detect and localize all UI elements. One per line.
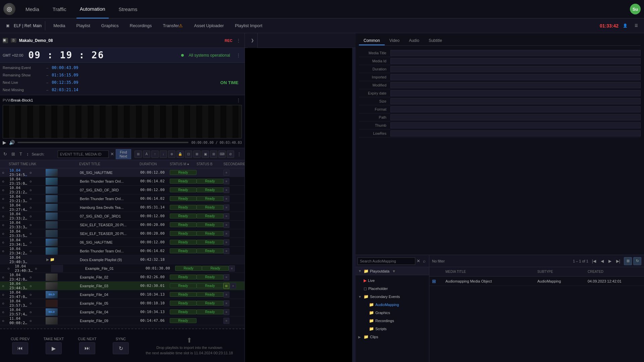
table-menu-btn[interactable]: ⋮ [236, 152, 243, 157]
status-menu-btn[interactable]: ⋮ [235, 53, 242, 58]
second-nav-asset-uploader[interactable]: Asset Uploader [189, 18, 228, 33]
tree-item-secondary-events[interactable]: ▼ 📁 Secondary Events [356, 293, 429, 301]
tool-b11[interactable]: ⌨ [218, 150, 226, 158]
table-row[interactable]: ○ 10.0423:34:24.23 ○ Berlin Thunder Team… [0, 247, 245, 255]
find-next-btn[interactable]: Find Next [116, 149, 131, 159]
table-row[interactable]: ○ 10.0423:44:35.00 ○ Example_File_03 00:… [0, 282, 245, 290]
second-nav-playlist-import[interactable]: Playlist Import [230, 18, 267, 33]
tool-i[interactable]: ↕ [25, 151, 30, 157]
audio-search-clear[interactable]: ✕ [417, 258, 420, 263]
second-nav-recordings[interactable]: Recordings [125, 18, 157, 33]
refresh-table-btn[interactable]: ↻ [633, 257, 641, 265]
table-row[interactable]: ○ 10.0423:33:32.23 ○ SEH_ELF_TEASER_20 P… [0, 221, 245, 229]
table-row[interactable]: ○ 10.0423:14:57.05 ○ 06_SIG_HALFTIME 00:… [0, 168, 245, 177]
table-row[interactable]: ○ 10.0423:34:12.23 ○ 06_SIG_HALFTIME 00:… [0, 238, 245, 247]
table-row-group[interactable]: 10.0423:40:39.00 ▶ 📁 Docs Example Playli… [0, 255, 245, 264]
pvw-play-btn[interactable]: ▶ [3, 140, 6, 145]
tool-b8[interactable]: ⊠ [193, 150, 201, 158]
tab-video[interactable]: Video [385, 37, 404, 45]
table-row[interactable]: ○ 10.0423:42:09.00 ○ Example_File_02 00:… [0, 273, 245, 282]
tree-item-recordings[interactable]: 📁 Recordings [356, 317, 429, 325]
pvw-menu-btn[interactable]: ⋮ [235, 98, 242, 103]
table-row[interactable]: ○ 10.0423:33:20.23 ○ 07_SIG_END_OF_3RD1 … [0, 212, 245, 221]
table-row[interactable]: ○ 10.0423:21:23.07 ○ 07_SIG_END_OF_3RD 0… [0, 186, 245, 194]
top-nav: ◎ Media Traffic Automation Streams Su [0, 0, 644, 18]
table-row[interactable]: ○ 10.0423:15:09.05 ○ Berlin Thunder Team… [0, 177, 245, 186]
last-page-btn[interactable]: ▶| [615, 259, 621, 263]
tool-b6[interactable]: 🔒 [176, 150, 184, 158]
first-page-btn[interactable]: |◀ [591, 259, 597, 263]
tab-common[interactable]: Common [359, 37, 385, 45]
tool-b10[interactable]: ⊞ [210, 150, 217, 158]
channel-menu-btn[interactable]: ⋮ [235, 38, 242, 43]
tree-item-graphics[interactable]: 📁 Graphics [356, 309, 429, 317]
tree-root-label: Playoutdata [370, 269, 389, 273]
settings-icon[interactable]: ☰ [632, 23, 641, 28]
audio-table-row[interactable]: ⊞ Audiomapping Media Object AudioMapping… [429, 277, 644, 286]
row-check[interactable]: ○ [1, 171, 9, 175]
table-row[interactable]: ○ 10.0423:57:39.14 ○ Example_File_05 00:… [0, 299, 245, 308]
refresh-btn[interactable]: ↻ [2, 151, 8, 157]
tool-b2[interactable]: A [143, 150, 150, 158]
take-next-btn[interactable]: TAKE NEXT ▶ [40, 337, 67, 354]
next-page-btn[interactable]: ▶ [607, 259, 612, 263]
table-row[interactable]: ○ 10.0423:21:35.07 ○ Berlin Thunder Team… [0, 194, 245, 203]
table-row[interactable]: ○ 10.0423:57:49.24 ○ BILD Example_File_0… [0, 308, 245, 316]
sec-active-btn[interactable]: ⊞ [223, 283, 229, 289]
table-row[interactable]: ○ 11.0400:08:24.12 ○ Example_File_09 00:… [0, 316, 245, 325]
drop-zone[interactable]: ⬆ Drop playlists to import into the rund… [141, 336, 238, 355]
tool-a[interactable]: ⊞ [10, 151, 16, 157]
tool-b9[interactable]: ▣ [202, 150, 209, 158]
user-avatar[interactable]: Su [630, 4, 641, 14]
nav-streams[interactable]: Streams [115, 0, 141, 18]
tool-t[interactable]: T [18, 151, 23, 157]
tool-b7[interactable]: ⊡ [185, 150, 192, 158]
table-row[interactable]: ○ 10.0423:47:05.01 ○ BILD Example_File_0… [0, 290, 245, 299]
prev-page-btn[interactable]: ◀ [600, 259, 605, 263]
sync-btn[interactable]: SYNC ↻ [107, 337, 134, 354]
nav-traffic[interactable]: Traffic [49, 0, 70, 18]
tool-b4[interactable]: ↓ [160, 150, 167, 158]
props-tabs: Common Video Audio Subtitle [359, 37, 641, 46]
tab-audio[interactable]: Audio [404, 37, 424, 45]
nav-automation[interactable]: Automation [76, 0, 109, 18]
tool-copy[interactable]: ⊞ [135, 150, 142, 158]
search-clear-btn[interactable]: ✕ [110, 152, 114, 157]
table-row[interactable]: ○ 10.0423:33:52.23 ○ SEH_ELF_TEASER_20 P… [0, 229, 245, 238]
sec-btn[interactable]: ≡ [223, 178, 229, 184]
second-nav-transfer[interactable]: Transfer ⚠ [158, 18, 188, 33]
audio-search-btn[interactable]: ⌕ [422, 258, 427, 264]
user-icon[interactable]: 👤 [620, 23, 630, 28]
row-duration: 00:00:12.00 [140, 170, 170, 175]
tool-b12[interactable]: ⊘ [227, 150, 234, 158]
tree-root[interactable]: ▼ 📁 Playoutdata ▼ [356, 267, 429, 275]
table-row[interactable]: ○ 10.0423:27:49.09 ○ Hamburg Sea Devils … [0, 203, 245, 212]
row-status-m: Ready [170, 179, 197, 184]
tree-item-clips[interactable]: ▶ 📁 Clips [356, 333, 429, 341]
tool-b3[interactable]: ↑ [151, 150, 159, 158]
tool-b5[interactable]: ⊕ [168, 150, 175, 158]
row-check[interactable]: ○ [1, 179, 9, 183]
grid-view-btn[interactable]: ⊞ [624, 257, 632, 265]
cue-next-btn[interactable]: CUE NEXT ⏭ [74, 337, 101, 354]
tree-item-audiomapping[interactable]: 📁 AudioMapping [356, 301, 429, 309]
sec-btn-1[interactable]: ≡ [223, 170, 229, 176]
tree-view: ▶ Live ◻ Placeholder ▼ 📁 Secondary Event… [356, 275, 429, 362]
channel-square-icon[interactable]: ▣ [3, 23, 12, 28]
second-nav-media[interactable]: Media [49, 18, 70, 33]
search-input[interactable] [58, 150, 109, 158]
tree-item-placeholder[interactable]: ◻ Placeholder [356, 285, 429, 293]
nav-media[interactable]: Media [22, 0, 43, 18]
pvw-progress-bar[interactable] [17, 142, 189, 143]
tree-item-live[interactable]: ▶ Live [356, 277, 429, 285]
drop-text-1: Drop playlists to import into the rundow… [156, 346, 222, 350]
tree-item-scripts[interactable]: 📁 Scripts [356, 325, 429, 333]
cue-prev-btn[interactable]: CUE PREV ⏮ [7, 337, 34, 354]
audio-search-input[interactable] [358, 257, 415, 265]
second-nav-graphics[interactable]: Graphics [97, 18, 123, 33]
second-nav-playlist[interactable]: Playlist [72, 18, 95, 33]
expand-arrow-btn[interactable]: ❯ [248, 33, 258, 48]
tab-subtitle[interactable]: Subtitle [424, 37, 447, 45]
pvw-volume-btn[interactable]: 🔊 [9, 140, 15, 145]
table-row[interactable]: ○ 10.0423:40:39.00 ○ Example_File_01 00:… [0, 264, 245, 273]
